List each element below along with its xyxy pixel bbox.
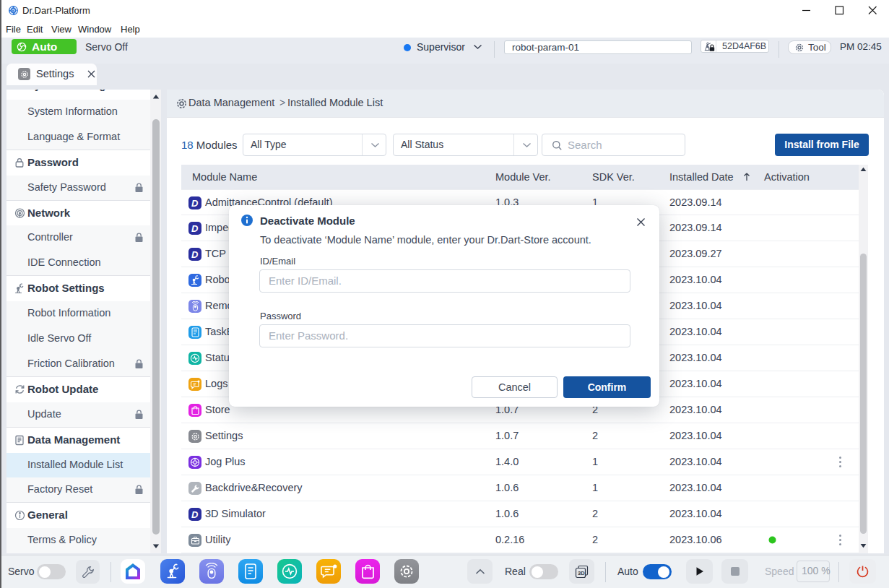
svg-text:3D: 3D [578, 570, 585, 576]
